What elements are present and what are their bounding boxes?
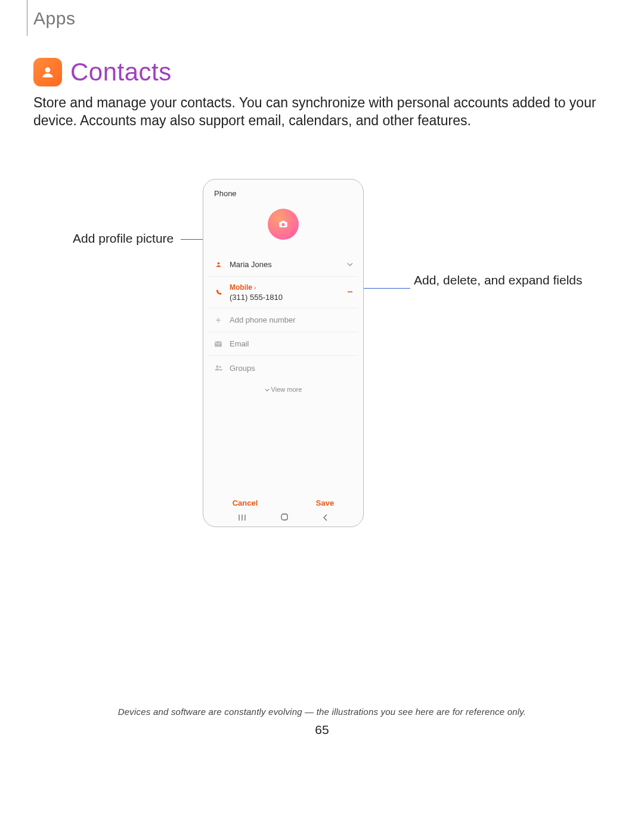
home-icon [280, 513, 289, 521]
footnote-text: Devices and software are constantly evol… [0, 707, 644, 717]
plus-icon [213, 317, 224, 323]
phone-mockup: Phone Maria Jones [203, 179, 364, 527]
svg-rect-14 [281, 514, 287, 520]
page-number: 65 [0, 723, 644, 737]
description-text: Store and manage your contacts. You can … [33, 94, 611, 130]
email-label: Email [230, 339, 249, 348]
section-label: Apps [33, 8, 75, 29]
mobile-type-label[interactable]: Mobile [230, 283, 252, 292]
svg-point-4 [217, 262, 219, 265]
name-field[interactable]: Maria Jones [208, 253, 358, 277]
add-phone-label: Add phone number [230, 315, 296, 324]
person-icon [213, 261, 224, 268]
mobile-field[interactable]: Mobile› (311) 555-1810 [208, 277, 358, 308]
groups-field[interactable]: Groups [208, 356, 358, 380]
header-rule [27, 0, 27, 36]
email-icon [213, 341, 224, 347]
android-nav-bar [203, 513, 363, 523]
expand-name-button[interactable] [345, 260, 355, 269]
camera-icon [278, 220, 288, 228]
name-value: Maria Jones [230, 260, 272, 269]
recent-apps-button[interactable] [238, 513, 246, 523]
home-button[interactable] [280, 513, 289, 523]
phone-header: Phone [203, 179, 363, 198]
view-more-button[interactable]: View more [208, 380, 358, 395]
chevron-down-icon [265, 388, 270, 392]
cancel-button[interactable]: Cancel [233, 498, 258, 507]
groups-icon [213, 365, 224, 371]
back-button[interactable] [323, 513, 329, 523]
svg-point-3 [281, 223, 284, 226]
phone-icon [213, 289, 224, 296]
chevron-right-icon: › [254, 284, 256, 291]
contacts-app-icon [33, 58, 62, 86]
svg-point-9 [216, 366, 218, 368]
save-button[interactable]: Save [316, 498, 334, 507]
minus-icon [347, 289, 353, 295]
page-title: Contacts [70, 58, 172, 86]
callout-add-delete-expand: Add, delete, and expand fields [414, 273, 583, 287]
email-field[interactable]: Email [208, 332, 358, 356]
callout-add-profile-picture: Add profile picture [73, 231, 174, 246]
add-profile-picture-button[interactable] [268, 209, 299, 240]
back-icon [323, 514, 329, 521]
chevron-down-icon [347, 261, 353, 267]
svg-point-10 [219, 366, 221, 368]
add-phone-number-row[interactable]: Add phone number [208, 308, 358, 332]
recent-apps-icon [238, 514, 246, 521]
svg-rect-2 [281, 221, 284, 222]
groups-label: Groups [230, 364, 255, 373]
svg-point-0 [45, 67, 51, 73]
mobile-number-value: (311) 555-1810 [230, 293, 283, 302]
delete-mobile-button[interactable] [345, 288, 355, 297]
